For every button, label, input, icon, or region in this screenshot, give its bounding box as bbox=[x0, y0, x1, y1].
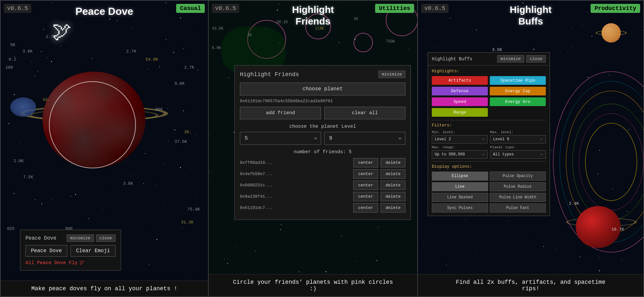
highlight-chip-energy-cap[interactable]: Energy Cap bbox=[490, 87, 546, 95]
friend-hash-3: 0x9a238f41... bbox=[240, 194, 351, 199]
highlight-chip-energy-gro[interactable]: Energy Gro bbox=[490, 97, 546, 106]
highlight-chip-artifacts[interactable]: Artifacts bbox=[432, 76, 488, 85]
friend-center-0[interactable]: center bbox=[353, 158, 378, 167]
space-num-5: 180 bbox=[5, 65, 13, 70]
friend-center-1[interactable]: center bbox=[353, 169, 378, 179]
friend-center-2[interactable]: center bbox=[353, 181, 378, 190]
space-num-19: 025 bbox=[7, 226, 14, 231]
friend-delete-2[interactable]: delete bbox=[381, 181, 405, 190]
level-selects: 5 1234 6789 9 1234 5678 bbox=[240, 132, 405, 145]
space-num-18: 31.3K bbox=[181, 220, 194, 225]
max-range-filter[interactable]: Up to 999,999 Up to 100,000 Up to 500,00… bbox=[432, 150, 488, 159]
subtitle-text: All Peace Dove Fly bbox=[25, 260, 78, 266]
p2-num-4: 119K bbox=[315, 26, 324, 31]
buffs-panel-header: Highlight Buffs minimize close bbox=[428, 53, 550, 65]
display-line-dashed-btn[interactable]: Line Dashed bbox=[432, 193, 488, 202]
friend-hash-1: 0x4efb50e7... bbox=[240, 172, 351, 176]
friend-delete-0[interactable]: delete bbox=[381, 158, 405, 167]
panel-title-3-line1: Highlight bbox=[510, 4, 552, 15]
panel-title-line2: Friends bbox=[296, 16, 330, 26]
display-sync-pulses-btn[interactable]: Sync Pulses bbox=[432, 203, 488, 213]
panel-title-2: Highlight Friends bbox=[209, 4, 417, 27]
choose-planet-button[interactable]: choose planet bbox=[240, 83, 405, 95]
level-filters-row: Min. level: Level 2 Level 1Level 3Level … bbox=[432, 130, 546, 144]
friends-count: number of friends: 5 bbox=[240, 149, 405, 155]
clear-all-button[interactable]: clear all bbox=[324, 107, 405, 119]
buffs-close-button[interactable]: close bbox=[526, 55, 546, 63]
bottom-caption-2: Circle your friends' planets with pink c… bbox=[209, 274, 417, 296]
p2-num-1: 43.8K bbox=[212, 26, 223, 31]
min-level-filter[interactable]: Level 2 Level 1Level 3Level 4 Level 5Lev… bbox=[432, 135, 488, 144]
panel-highlight-friends: 43.8K 1K 30.1K 119K 1K 750K 6.0K v0.6.5 … bbox=[209, 0, 417, 297]
highlight-chip-defense[interactable]: Defense bbox=[432, 87, 488, 95]
friend-row-0: 0xff80ad10... center delete bbox=[240, 158, 405, 167]
planet-type-label: Planet type: bbox=[490, 145, 546, 149]
space-num-17: 75.0K bbox=[187, 207, 200, 212]
display-line-btn[interactable]: Line bbox=[432, 182, 488, 191]
highlight-chip-spacetime[interactable]: Spacetime Rips bbox=[490, 76, 546, 85]
buffs-minimize-button[interactable]: minimize bbox=[497, 55, 524, 63]
panel-title-3-line2: Buffs bbox=[518, 16, 543, 26]
friend-center-4[interactable]: center bbox=[353, 203, 378, 213]
friends-dialog: Highlight Friends minimize choose planet… bbox=[234, 65, 411, 220]
friend-delete-4[interactable]: delete bbox=[381, 203, 405, 213]
friend-row-3: 0x9a238f41... center delete bbox=[240, 192, 405, 201]
space-num-11: 906 bbox=[155, 107, 163, 112]
friends-minimize-button[interactable]: minimize bbox=[378, 71, 405, 78]
friend-hash-2: 0x0080231c... bbox=[240, 183, 351, 188]
buffs-dialog-controls: minimize close bbox=[497, 55, 546, 63]
dialog-controls: minimize close bbox=[67, 234, 115, 242]
minimize-button[interactable]: minimize bbox=[67, 234, 94, 242]
space-num-4: 0.2 bbox=[9, 57, 16, 62]
planet-right-label: 18.7K bbox=[611, 227, 624, 232]
highlight-chip-speed[interactable]: Speed bbox=[432, 97, 488, 106]
buffs-panel-body: Highlights: Artifacts Spacetime Rips Def… bbox=[428, 65, 550, 216]
display-pulse-radius-btn[interactable]: Pulse Radius bbox=[490, 182, 546, 191]
add-friend-button[interactable]: add friend bbox=[240, 107, 321, 119]
space-num-12: 36. bbox=[184, 130, 192, 134]
space-num-1: 2.7K bbox=[46, 35, 56, 39]
planet-type-group: Planet type: All types Asteroid Planet bbox=[490, 145, 546, 159]
dove-emoji-icon: 🕊 bbox=[80, 260, 84, 266]
clear-emoji-button[interactable]: Clear Emoji bbox=[71, 245, 116, 257]
highlight-chip-range[interactable]: Range bbox=[432, 108, 488, 117]
space-num-14: 2.0K bbox=[14, 159, 24, 163]
friend-hash-4: 0x61191dc7... bbox=[240, 205, 351, 210]
max-range-label: Max. range: bbox=[432, 145, 488, 149]
highlights-section-label: Highlights: bbox=[432, 69, 546, 74]
space-num-8: 2.7K bbox=[184, 65, 194, 70]
max-level-filter[interactable]: Level 9 Level 1Level 2Level 3 Level 4Lev… bbox=[490, 135, 546, 144]
space-num-3: 3.8K bbox=[23, 49, 33, 54]
dove-icon: 🕊 bbox=[52, 20, 71, 44]
divider-1 bbox=[432, 120, 546, 120]
display-pulse-line-width-btn[interactable]: Pulse Line Width bbox=[490, 193, 546, 202]
dialog-header: Peace Dove minimize close bbox=[25, 234, 116, 242]
blue-planet-blob bbox=[10, 97, 36, 117]
friend-row-2: 0x0080231c... center delete bbox=[240, 181, 405, 190]
p2-num-2: 1K bbox=[247, 33, 252, 37]
svg-point-4 bbox=[579, 114, 643, 210]
peace-dove-dialog: Peace Dove minimize close Peace Dove Cle… bbox=[20, 230, 121, 271]
level-section: choose the planet Level 5 1234 6789 9 12… bbox=[240, 124, 405, 145]
display-pulse-opacity-btn[interactable]: Pulse Opacity bbox=[490, 172, 546, 181]
highlights-grid: Artifacts Spacetime Rips Defense Energy … bbox=[432, 76, 546, 117]
pink-circle-3 bbox=[354, 33, 373, 52]
display-ellipse-btn[interactable]: Ellipse bbox=[432, 172, 488, 181]
friend-delete-3[interactable]: delete bbox=[381, 192, 405, 201]
planet-type-filter[interactable]: All types Asteroid Planet bbox=[490, 150, 546, 159]
display-pulse-fast-btn[interactable]: Pulse Fast bbox=[490, 203, 546, 213]
saturn-label: 3.5K bbox=[492, 47, 502, 52]
friend-center-3[interactable]: center bbox=[353, 192, 378, 201]
action-row: add friend clear all bbox=[240, 107, 405, 119]
friend-delete-1[interactable]: delete bbox=[381, 169, 405, 179]
display-options-grid: Ellipse Pulse Opacity Line Pulse Radius … bbox=[432, 172, 546, 213]
panel-peace-dove: v0.6.5 Casual Peace Dove 🕊 2.7K 5K 3.8K … bbox=[0, 0, 209, 297]
range-planet-filters-row: Max. range: Up to 999,999 Up to 100,000 … bbox=[432, 145, 546, 159]
close-button[interactable]: close bbox=[96, 234, 116, 242]
peace-dove-button[interactable]: Peace Dove bbox=[25, 245, 67, 257]
level-section-label: choose the planet Level bbox=[240, 124, 405, 129]
friend-hash-0: 0xff80ad10... bbox=[240, 160, 351, 165]
panel-title-3: Highlight Buffs bbox=[418, 4, 643, 27]
level-min-select[interactable]: 5 1234 6789 bbox=[240, 132, 321, 145]
level-max-select[interactable]: 9 1234 5678 bbox=[324, 132, 405, 145]
